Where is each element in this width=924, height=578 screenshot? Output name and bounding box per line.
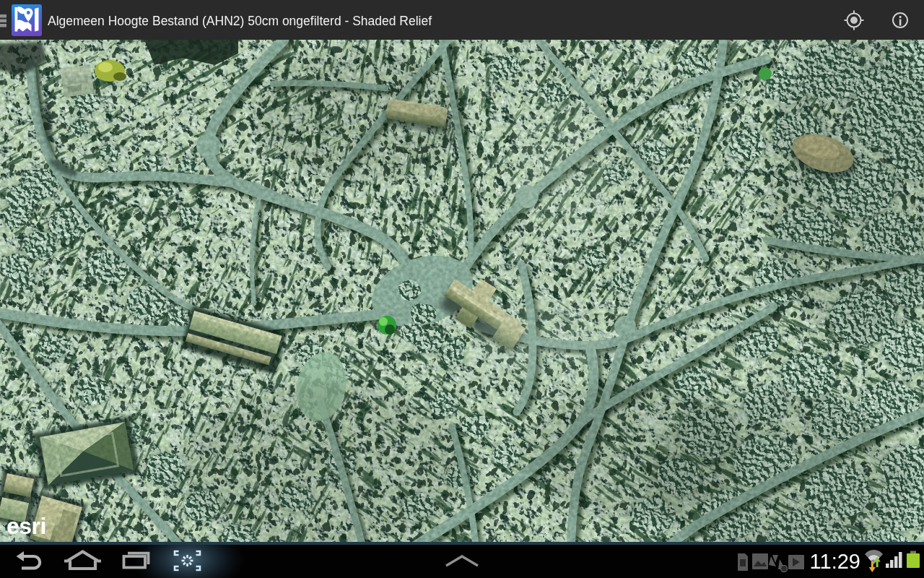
- svg-text:11:29: 11:29: [810, 550, 860, 573]
